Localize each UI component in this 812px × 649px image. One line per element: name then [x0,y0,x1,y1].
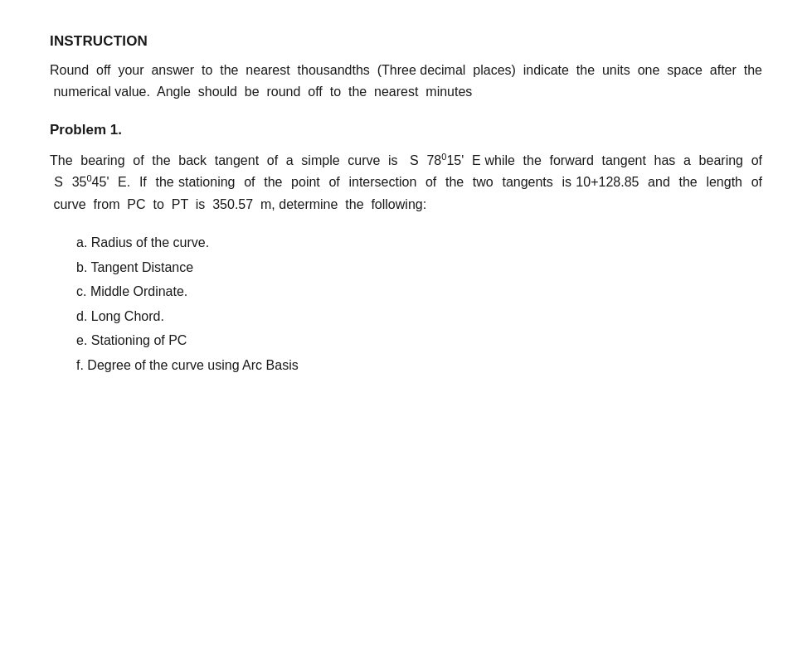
instruction-section: INSTRUCTION Round off your answer to the… [50,33,762,104]
problem1-text: The bearing of the back tangent of a sim… [50,150,762,216]
instruction-heading: INSTRUCTION [50,33,762,50]
list-item: d. Long Chord. [76,304,762,329]
list-item: c. Middle Ordinate. [76,279,762,304]
problem1-items: a. Radius of the curve. b. Tangent Dista… [76,230,762,378]
problem1-heading: Problem 1. [50,122,762,138]
problem1-section: Problem 1. The bearing of the back tange… [50,122,762,378]
instruction-text: Round off your answer to the nearest tho… [50,60,762,104]
degree-sup-2: 0 [86,173,91,183]
list-item: f. Degree of the curve using Arc Basis [76,353,762,378]
degree-sup-1: 0 [441,151,446,161]
list-item: e. Stationing of PC [76,328,762,353]
list-item: b. Tangent Distance [76,255,762,280]
list-item: a. Radius of the curve. [76,230,762,255]
